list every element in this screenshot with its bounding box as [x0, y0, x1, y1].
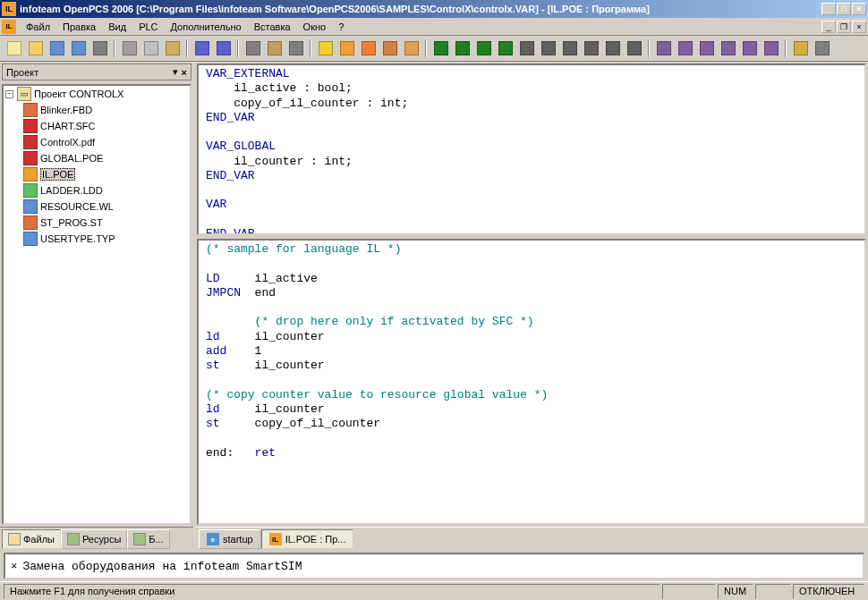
check-button[interactable] [401, 38, 421, 58]
build-button[interactable] [315, 38, 336, 58]
tree-item[interactable]: Blinker.FBD [4, 102, 190, 118]
undo-icon [195, 41, 209, 55]
tool4-icon [721, 41, 736, 55]
menu-правка[interactable]: Правка [56, 20, 102, 34]
stepinto-button[interactable] [495, 38, 515, 58]
tool3-button[interactable] [696, 38, 717, 58]
buildall-button[interactable] [336, 38, 357, 58]
open-icon [29, 41, 43, 55]
tree-root[interactable]: − ▭ Проект CONTROLX [4, 86, 190, 102]
tree-item[interactable]: GLOBAL.POE [4, 150, 190, 166]
stop-button[interactable] [538, 38, 558, 58]
copy-button[interactable] [140, 38, 161, 58]
tree-item[interactable]: ST_PROG.ST [4, 215, 190, 231]
new-button[interactable] [4, 38, 24, 58]
sidebar-tab[interactable]: Ресурсы [61, 529, 127, 549]
sidebar-dropdown-icon[interactable]: ▾ [173, 66, 178, 78]
declarations-pane[interactable]: VAR_EXTERNAL il_active : bool; copy_of_i… [197, 63, 866, 235]
mdi-close-button[interactable]: × [852, 21, 866, 33]
tool4-button[interactable] [718, 38, 738, 58]
run-button[interactable] [430, 38, 451, 58]
down-button[interactable] [624, 38, 644, 58]
tree-item[interactable]: RESOURCE.WL [4, 199, 190, 215]
check-icon [404, 41, 419, 55]
menu-plc[interactable]: PLC [132, 20, 164, 34]
layout-icon [794, 41, 808, 55]
open-button[interactable] [25, 38, 46, 58]
step-button[interactable] [452, 38, 472, 58]
tree-item[interactable]: ControlX.pdf [4, 134, 190, 150]
redo-button[interactable] [213, 38, 234, 58]
up-button[interactable] [602, 38, 623, 58]
close-button[interactable]: × [852, 3, 866, 15]
restart-button[interactable] [559, 38, 580, 58]
print-button[interactable] [89, 38, 110, 58]
sidebar-tab[interactable]: Б... [127, 529, 169, 549]
output-pane[interactable]: × Замена оборудования на infoteam SmartS… [4, 553, 864, 579]
menu-вставка[interactable]: Вставка [248, 20, 297, 34]
find-button[interactable] [264, 38, 285, 58]
file-icon [23, 183, 38, 198]
close-button[interactable] [812, 38, 832, 58]
pause-button[interactable] [516, 38, 537, 58]
tool3-icon [700, 41, 714, 55]
tool1-button[interactable] [653, 38, 674, 58]
paste-button[interactable] [162, 38, 183, 58]
tree-item[interactable]: USERTYPE.TYP [4, 231, 190, 247]
file-icon [23, 119, 38, 133]
code-pane[interactable]: (* sample for language IL *) LD il_activ… [197, 239, 866, 525]
toolbar-separator [114, 39, 115, 57]
compile-button[interactable] [379, 38, 400, 58]
code-line: add 1 [206, 344, 857, 359]
tool6-button[interactable] [761, 38, 781, 58]
save-icon [50, 41, 64, 55]
mdi-minimize-button[interactable]: _ [821, 21, 836, 33]
maximize-button[interactable]: □ [837, 3, 851, 15]
goto-button[interactable] [285, 38, 306, 58]
tree-item-label: Blinker.FBD [40, 105, 92, 115]
menu-окно[interactable]: Окно [297, 20, 333, 34]
menu-файл[interactable]: Файл [20, 20, 56, 34]
code-line: (* copy counter value to resource global… [206, 388, 857, 402]
editor-tab[interactable]: estartup [199, 529, 261, 549]
sidebar-header: Проект ▾ × [2, 63, 191, 80]
tree-item-label: LADDER.LDD [40, 185, 103, 196]
save-button[interactable] [47, 38, 67, 58]
tool2-button[interactable] [675, 38, 695, 58]
output-close-icon[interactable]: × [11, 559, 17, 573]
tree-item[interactable]: IL.POE [4, 166, 190, 182]
menu-bar: IL ФайлПравкаВидPLCДополнительноВставкаО… [0, 18, 868, 36]
code-line: ld il_counter [206, 330, 857, 344]
tool5-button[interactable] [739, 38, 760, 58]
undo-button[interactable] [191, 38, 212, 58]
buildall-icon [340, 41, 354, 55]
continue-button[interactable] [581, 38, 601, 58]
saveall-button[interactable] [68, 38, 89, 58]
layout-button[interactable] [790, 38, 811, 58]
code-line: copy_of_il_counter : int; [206, 97, 857, 111]
rebuild-button[interactable] [358, 38, 379, 58]
menu-?[interactable]: ? [332, 20, 350, 34]
mdi-restore-button[interactable]: ❐ [837, 21, 851, 33]
menu-дополнительно[interactable]: Дополнительно [165, 20, 248, 34]
find-icon [268, 41, 282, 55]
menu-вид[interactable]: Вид [102, 20, 132, 34]
editor-tab[interactable]: ILIL.POE : Пр... [261, 529, 354, 549]
tree-item-label: ST_PROG.ST [40, 217, 103, 228]
project-tree[interactable]: − ▭ Проект CONTROLX Blinker.FBDCHART.SFC… [2, 84, 191, 525]
sidebar-close-icon[interactable]: × [182, 67, 187, 78]
tree-item[interactable]: CHART.SFC [4, 118, 190, 134]
window-title: infoteam OpenPCS 2006 [C:\Program Files\… [20, 4, 821, 14]
collapse-icon[interactable]: − [5, 90, 13, 98]
stepover-button[interactable] [473, 38, 494, 58]
tree-item[interactable]: LADDER.LDD [4, 182, 190, 199]
zoom-button[interactable] [243, 38, 263, 58]
build-icon [319, 41, 333, 55]
cut-button[interactable] [119, 38, 140, 58]
tab-label: IL.POE : Пр... [285, 534, 346, 545]
code-line [206, 431, 857, 445]
redo-icon [217, 41, 231, 55]
sidebar-tab[interactable]: Файлы [2, 529, 61, 549]
cut-icon [123, 41, 137, 55]
minimize-button[interactable]: _ [821, 3, 836, 15]
